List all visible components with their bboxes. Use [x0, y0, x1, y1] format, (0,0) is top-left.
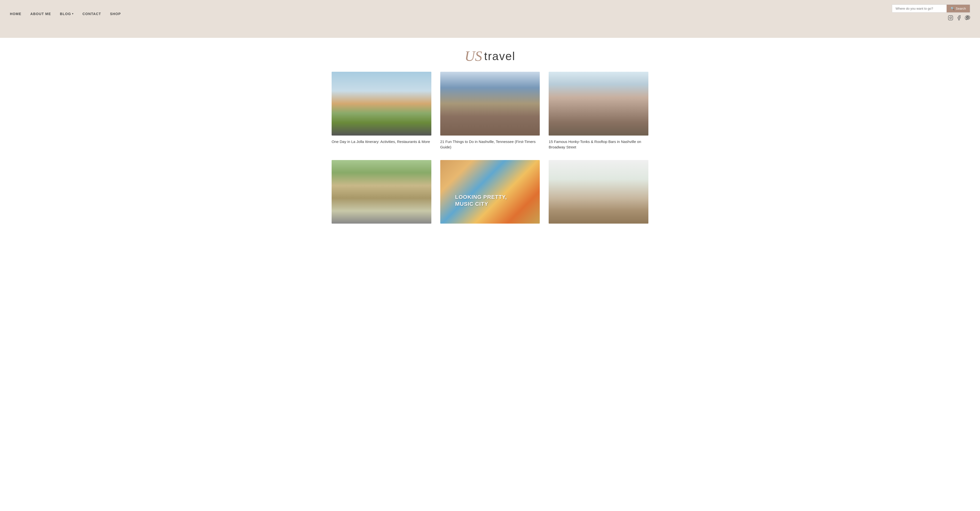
card-honkytonk[interactable]: 15 Famous Honky-Tonks & Rooftop Bars in … — [549, 72, 648, 150]
card-photo-honkytonk — [549, 72, 648, 135]
nav-home[interactable]: HOME — [10, 12, 21, 16]
card-parthenon[interactable] — [332, 160, 431, 227]
instagram-icon[interactable] — [948, 15, 953, 21]
card-coffee[interactable] — [549, 160, 648, 227]
card-photo-nashville-fun — [440, 72, 540, 135]
search-icon: 🔍 — [951, 7, 955, 10]
title-travel: travel — [484, 49, 515, 63]
card-photo-la-jolla — [332, 72, 431, 135]
article-grid-container: One Day in La Jolla Itinerary: Activitie… — [317, 72, 663, 242]
search-button[interactable]: 🔍 Search — [947, 5, 970, 13]
card-title-la-jolla: One Day in La Jolla Itinerary: Activitie… — [332, 139, 431, 145]
card-image-honkytonk — [549, 72, 648, 135]
header: HOME ABOUT ME BLOG ▾ CONTACT SHOP 🔍 Sear… — [0, 0, 980, 23]
main-nav: HOME ABOUT ME BLOG ▾ CONTACT SHOP — [10, 12, 121, 16]
card-la-jolla[interactable]: One Day in La Jolla Itinerary: Activitie… — [332, 72, 431, 150]
title-us: US — [465, 48, 482, 64]
card-photo-coffee — [549, 160, 648, 224]
card-mural[interactable]: LOOKING PRETTY,MUSIC CITY — [440, 160, 540, 227]
card-image-parthenon — [332, 160, 431, 224]
chevron-down-icon: ▾ — [72, 13, 73, 15]
facebook-icon[interactable] — [956, 15, 962, 21]
nav-contact[interactable]: CONTACT — [83, 12, 101, 16]
card-nashville-fun[interactable]: 21 Fun Things to Do in Nashville, Tennes… — [440, 72, 540, 150]
card-title-honkytonk: 15 Famous Honky-Tonks & Rooftop Bars in … — [549, 139, 648, 150]
svg-point-1 — [950, 17, 951, 19]
nav-blog[interactable]: BLOG ▾ — [60, 12, 73, 16]
card-photo-parthenon — [332, 160, 431, 224]
card-image-nashville-fun — [440, 72, 540, 135]
search-input[interactable] — [892, 5, 947, 13]
card-image-la-jolla — [332, 72, 431, 135]
nav-about[interactable]: ABOUT ME — [30, 12, 51, 16]
header-right: 🔍 Search — [892, 5, 970, 23]
page-title-section: US travel — [0, 38, 980, 72]
search-bar: 🔍 Search — [892, 5, 970, 13]
article-grid: One Day in La Jolla Itinerary: Activitie… — [332, 72, 648, 227]
card-image-coffee — [549, 160, 648, 224]
svg-rect-0 — [948, 16, 953, 20]
card-title-nashville-fun: 21 Fun Things to Do in Nashville, Tennes… — [440, 139, 540, 150]
nav-shop[interactable]: SHOP — [110, 12, 121, 16]
page-title: US travel — [5, 48, 975, 64]
svg-point-2 — [951, 16, 952, 17]
card-image-mural: LOOKING PRETTY,MUSIC CITY — [440, 160, 540, 224]
card-photo-mural: LOOKING PRETTY,MUSIC CITY — [440, 160, 540, 224]
social-icons — [948, 15, 970, 23]
wave-separator — [0, 23, 980, 38]
pinterest-icon[interactable] — [965, 15, 970, 21]
